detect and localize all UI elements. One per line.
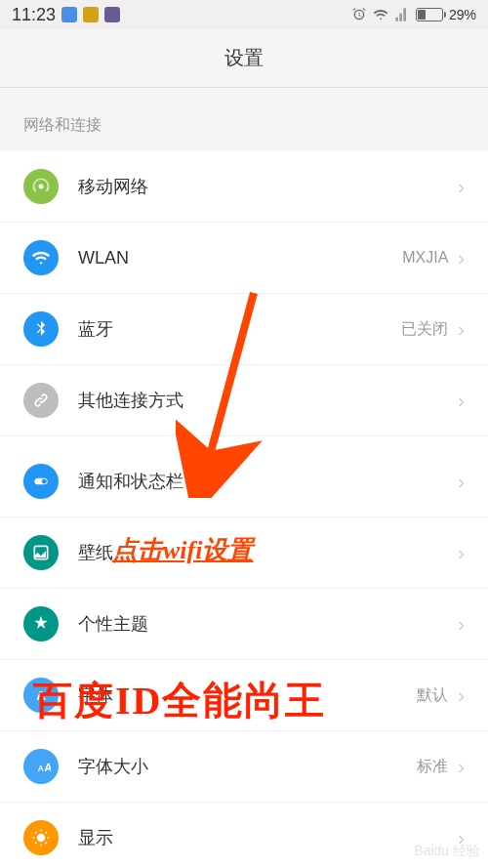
annotation-arrow: [176, 283, 273, 498]
chevron-right-icon: ›: [458, 756, 465, 778]
fontsize-icon: AA: [23, 749, 59, 784]
item-font-size[interactable]: AA 字体大小 标准 ›: [0, 731, 488, 803]
chevron-right-icon: ›: [458, 542, 465, 564]
display-icon: [23, 820, 59, 855]
status-app-icon-1: [61, 7, 77, 22]
item-theme[interactable]: 个性主题 ›: [0, 589, 488, 660]
status-time: 11:23: [12, 5, 56, 25]
status-right: 29%: [351, 7, 476, 22]
image-icon: [23, 535, 59, 570]
item-label: WLAN: [78, 248, 402, 269]
signal-status-icon: [394, 7, 410, 22]
header: 设置: [0, 29, 488, 88]
watermark: Baidu 经验: [414, 843, 480, 860]
status-left: 11:23: [12, 5, 120, 25]
bluetooth-icon: [23, 311, 59, 347]
status-app-icon-2: [83, 7, 99, 22]
svg-point-2: [42, 479, 47, 484]
link-icon: [23, 383, 59, 418]
svg-text:A: A: [44, 761, 51, 773]
battery-pct: 29%: [449, 7, 476, 22]
svg-text:A: A: [38, 764, 44, 773]
chevron-right-icon: ›: [458, 318, 465, 341]
item-value: 已关闭: [401, 319, 448, 340]
svg-point-0: [39, 185, 44, 189]
svg-point-7: [37, 834, 45, 842]
section-label: 网络和连接: [0, 88, 488, 151]
chevron-right-icon: ›: [458, 390, 465, 412]
signal-icon: [23, 169, 59, 204]
wifi-icon: [23, 240, 59, 275]
annotation-text-1: 点击wifi设置: [112, 533, 253, 567]
chevron-right-icon: ›: [458, 471, 465, 493]
item-value: MXJIA: [402, 249, 448, 267]
status-bar: 11:23 29%: [0, 0, 488, 29]
item-label: 移动网络: [78, 175, 458, 198]
item-label: 个性主题: [78, 612, 458, 636]
item-label: 显示: [78, 826, 458, 849]
item-value: 默认: [417, 685, 448, 706]
status-app-icon-3: [104, 7, 120, 22]
page-title: 设置: [224, 45, 264, 71]
chevron-right-icon: ›: [458, 684, 465, 707]
alarm-icon: [351, 7, 367, 22]
wifi-status-icon: [373, 7, 388, 22]
settings-list: 移动网络 › WLAN MXJIA › 蓝牙 已关闭 › 其他连接方式 › 通知…: [0, 151, 488, 868]
chevron-right-icon: ›: [458, 176, 465, 198]
chevron-right-icon: ›: [458, 613, 465, 636]
annotation-text-2: 百度ID全能尚王: [33, 674, 326, 727]
toggle-icon: [23, 464, 59, 499]
item-value: 标准: [417, 757, 448, 777]
item-mobile-network[interactable]: 移动网络 ›: [0, 151, 488, 223]
svg-line-8: [205, 293, 254, 474]
theme-icon: [23, 606, 59, 641]
battery-icon: [416, 8, 443, 21]
chevron-right-icon: ›: [458, 247, 465, 269]
item-label: 字体大小: [78, 755, 417, 778]
